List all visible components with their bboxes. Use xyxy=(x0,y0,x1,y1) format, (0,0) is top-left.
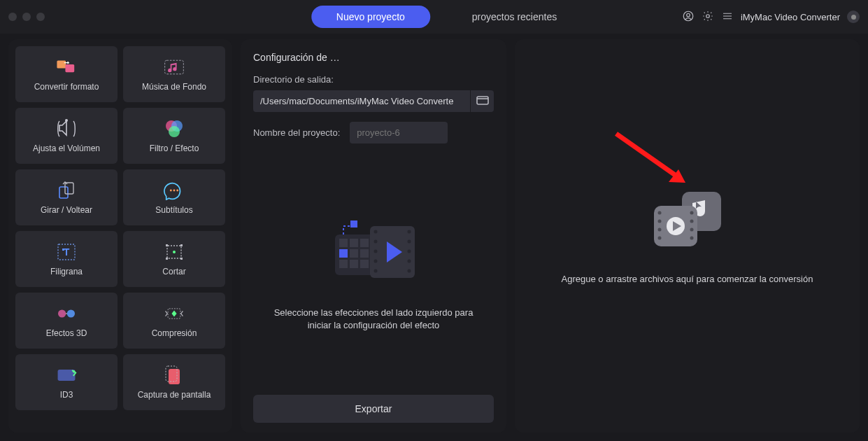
svg-point-9 xyxy=(169,126,180,137)
output-dir-label: Directorio de salida: xyxy=(253,74,494,85)
svg-rect-4 xyxy=(65,64,74,72)
menu-icon[interactable] xyxy=(721,10,734,24)
close-window-dot[interactable] xyxy=(8,13,17,21)
effects-hero-icon xyxy=(321,214,426,293)
feature-label: Captura de pantalla xyxy=(138,390,211,400)
window-controls xyxy=(8,13,45,21)
svg-rect-5 xyxy=(165,60,184,74)
svg-point-14 xyxy=(176,190,178,192)
svg-point-24 xyxy=(58,309,66,317)
svg-point-47 xyxy=(374,259,378,262)
titlebar: Nuevo proyecto proyectos recientes iMyMa… xyxy=(0,0,868,34)
svg-point-61 xyxy=(690,220,693,223)
id3-icon xyxy=(55,365,78,386)
svg-rect-41 xyxy=(360,260,369,268)
record-indicator-icon[interactable] xyxy=(847,10,860,23)
svg-rect-38 xyxy=(360,249,369,258)
feature-label: ID3 xyxy=(60,390,73,400)
feature-filter-effect[interactable]: Filtro / Efecto xyxy=(123,108,225,164)
svg-point-45 xyxy=(374,239,378,243)
svg-point-46 xyxy=(374,249,378,253)
compression-icon xyxy=(163,303,185,324)
svg-rect-17 xyxy=(62,248,64,251)
svg-point-12 xyxy=(170,190,172,192)
feature-label: Efectos 3D xyxy=(46,328,87,338)
svg-point-50 xyxy=(408,239,411,243)
config-heading: Configuración de … xyxy=(253,52,494,63)
feature-label: Subtítulos xyxy=(155,205,192,215)
config-hero-text: Seleccione las efecciones del lado izqui… xyxy=(269,307,478,332)
svg-point-53 xyxy=(408,269,411,272)
feature-sidebar: Convertir formato Música de Fondo Ajusta… xyxy=(8,39,232,433)
svg-point-59 xyxy=(657,237,661,240)
feature-adjust-volume[interactable]: Ajusta el Volúmen xyxy=(15,108,118,164)
svg-point-56 xyxy=(657,211,661,215)
minimize-window-dot[interactable] xyxy=(22,13,31,21)
feature-label: Compresión xyxy=(152,328,197,338)
feature-crop[interactable]: Cortar xyxy=(123,231,225,287)
crop-icon xyxy=(163,241,185,262)
config-panel: Configuración de … Directorio de salida:… xyxy=(241,39,506,433)
output-dir-input[interactable] xyxy=(253,90,470,112)
svg-point-63 xyxy=(690,237,693,240)
convert-format-icon xyxy=(55,57,78,78)
svg-rect-21 xyxy=(180,244,183,246)
media-files-icon xyxy=(646,188,730,253)
volume-icon xyxy=(55,118,78,139)
feature-subtitles[interactable]: Subtítulos xyxy=(123,169,225,225)
feature-bg-music[interactable]: Música de Fondo xyxy=(123,46,225,102)
svg-point-48 xyxy=(374,269,378,272)
browse-folder-button[interactable] xyxy=(470,90,494,112)
svg-point-13 xyxy=(173,190,176,192)
3d-glasses-icon xyxy=(55,303,78,324)
filter-effect-icon xyxy=(163,118,185,139)
settings-icon[interactable] xyxy=(702,10,714,24)
tab-new-project[interactable]: Nuevo proyecto xyxy=(311,6,430,28)
feature-id3[interactable]: ID3 xyxy=(15,354,118,410)
feature-watermark[interactable]: T Filigrana xyxy=(15,231,118,287)
svg-rect-29 xyxy=(169,369,180,384)
feature-label: Música de Fondo xyxy=(142,82,206,92)
bg-music-icon xyxy=(163,57,185,78)
export-button[interactable]: Exportar xyxy=(253,395,494,423)
account-icon[interactable] xyxy=(682,10,695,24)
project-name-input[interactable] xyxy=(350,122,448,144)
top-tabs: Nuevo proyecto proyectos recientes xyxy=(311,6,557,28)
svg-point-52 xyxy=(408,259,411,262)
svg-rect-35 xyxy=(360,239,369,247)
annotation-arrow-icon xyxy=(613,130,697,193)
folder-icon xyxy=(476,94,489,108)
svg-rect-10 xyxy=(59,187,68,198)
svg-point-60 xyxy=(690,211,693,215)
feature-screenshot[interactable]: Captura de pantalla xyxy=(123,354,225,410)
feature-label: Filigrana xyxy=(50,267,83,276)
app-name-label: iMyMac Video Converter xyxy=(741,12,840,22)
svg-point-28 xyxy=(73,370,76,373)
feature-label: Convertir formato xyxy=(34,82,99,92)
feature-compression[interactable]: Compresión xyxy=(123,293,225,349)
svg-point-58 xyxy=(657,228,661,232)
feature-3d-effects[interactable]: Efectos 3D xyxy=(15,293,118,349)
zoom-window-dot[interactable] xyxy=(36,13,45,21)
file-dropzone[interactable]: Agregue o arrastre archivos aquí para co… xyxy=(515,39,860,433)
svg-point-62 xyxy=(690,228,693,232)
svg-rect-20 xyxy=(166,244,168,246)
svg-rect-37 xyxy=(350,249,358,258)
svg-rect-39 xyxy=(339,260,348,268)
project-name-label: Nombre del proyecto: xyxy=(253,127,340,138)
svg-rect-40 xyxy=(350,260,358,268)
tab-recent-projects[interactable]: proyectos recientes xyxy=(472,11,557,22)
rotate-flip-icon xyxy=(55,180,78,201)
svg-point-49 xyxy=(408,230,411,233)
svg-rect-11 xyxy=(65,183,73,194)
svg-rect-31 xyxy=(477,97,488,104)
feature-label: Cortar xyxy=(162,267,185,276)
screenshot-icon xyxy=(163,365,185,386)
watermark-icon: T xyxy=(55,241,78,262)
svg-point-51 xyxy=(408,249,411,253)
feature-rotate-flip[interactable]: Girar / Voltear xyxy=(15,169,118,225)
feature-convert-format[interactable]: Convertir formato xyxy=(15,46,118,102)
svg-rect-3 xyxy=(57,60,66,68)
svg-point-44 xyxy=(374,230,378,233)
svg-point-2 xyxy=(706,14,710,18)
